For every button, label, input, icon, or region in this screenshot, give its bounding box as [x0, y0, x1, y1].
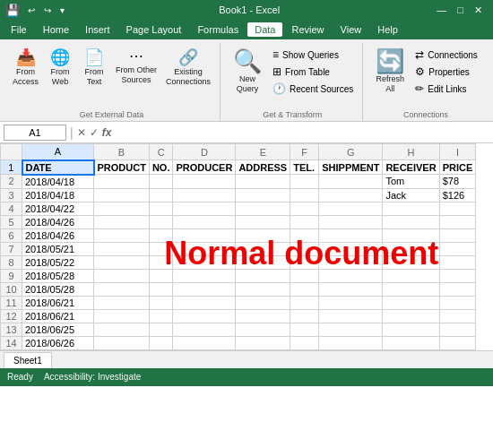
row-header[interactable]: 4 — [1, 202, 22, 215]
from-web-btn[interactable]: 🌐 FromWeb — [44, 47, 76, 90]
cell[interactable] — [290, 336, 319, 349]
cell[interactable] — [319, 309, 383, 323]
cell[interactable] — [94, 242, 150, 255]
new-query-btn[interactable]: 🔍 NewQuery — [228, 47, 267, 97]
cell[interactable] — [319, 202, 383, 215]
cell[interactable]: PRODUCT — [94, 160, 150, 175]
cell[interactable]: 2018/05/21 — [22, 242, 94, 255]
fx-icon[interactable]: fx — [102, 126, 112, 139]
from-table-btn[interactable]: ⊞ From Table — [269, 64, 357, 80]
cell[interactable] — [290, 282, 319, 296]
cell[interactable] — [290, 323, 319, 336]
row-header[interactable]: 12 — [1, 309, 22, 323]
cell[interactable] — [149, 269, 173, 282]
cell[interactable] — [94, 228, 150, 242]
menu-help[interactable]: Help — [370, 22, 405, 37]
from-access-btn[interactable]: 📥 FromAccess — [9, 47, 42, 90]
cell[interactable] — [439, 202, 476, 215]
col-header-e[interactable]: E — [236, 144, 290, 160]
row-header[interactable]: 7 — [1, 242, 22, 255]
cell[interactable] — [173, 242, 236, 255]
cell[interactable] — [173, 269, 236, 282]
cell[interactable]: 2018/06/21 — [22, 296, 94, 309]
cell[interactable] — [319, 296, 383, 309]
cell[interactable]: ADDRESS — [236, 160, 290, 175]
recent-sources-btn[interactable]: 🕐 Recent Sources — [269, 81, 357, 97]
cell[interactable] — [173, 323, 236, 336]
cell[interactable] — [319, 255, 383, 269]
existing-connections-btn[interactable]: 🔗 ExistingConnections — [162, 47, 214, 90]
cell[interactable]: 2018/06/25 — [22, 323, 94, 336]
cell[interactable] — [383, 296, 439, 309]
cell[interactable] — [290, 228, 319, 242]
row-header[interactable]: 10 — [1, 282, 22, 296]
menu-review[interactable]: Review — [284, 22, 331, 37]
row-header[interactable]: 5 — [1, 215, 22, 228]
cell[interactable] — [383, 228, 439, 242]
cell[interactable] — [290, 255, 319, 269]
cell[interactable] — [290, 175, 319, 189]
show-queries-btn[interactable]: ≡ Show Queries — [269, 47, 357, 63]
col-header-d[interactable]: D — [173, 144, 236, 160]
menu-insert[interactable]: Insert — [78, 22, 117, 37]
confirm-icon[interactable]: ✓ — [90, 126, 99, 139]
properties-btn[interactable]: ⚙ Properties — [411, 64, 481, 80]
cell[interactable] — [173, 188, 236, 202]
cell[interactable] — [236, 202, 290, 215]
row-header[interactable]: 1 — [1, 160, 22, 175]
close-btn[interactable]: ✕ — [469, 3, 488, 18]
cell[interactable] — [439, 255, 476, 269]
cell[interactable] — [94, 336, 150, 349]
cell[interactable] — [149, 296, 173, 309]
row-header[interactable]: 9 — [1, 269, 22, 282]
cell[interactable]: 2018/04/22 — [22, 202, 94, 215]
cell[interactable] — [236, 336, 290, 349]
cell[interactable] — [439, 296, 476, 309]
col-header-f[interactable]: F — [290, 144, 319, 160]
cell[interactable] — [173, 255, 236, 269]
cell[interactable]: PRODUCER — [173, 160, 236, 175]
maximize-btn[interactable]: □ — [452, 3, 469, 18]
cell[interactable] — [383, 336, 439, 349]
cell[interactable] — [94, 269, 150, 282]
cell[interactable]: TEL. — [290, 160, 319, 175]
cell[interactable] — [319, 282, 383, 296]
minimize-btn[interactable]: — — [431, 3, 452, 18]
cell[interactable] — [173, 202, 236, 215]
cell[interactable]: 2018/04/18 — [22, 175, 94, 189]
menu-file[interactable]: File — [4, 22, 34, 37]
cell[interactable] — [319, 188, 383, 202]
cell[interactable] — [383, 242, 439, 255]
cell[interactable] — [439, 242, 476, 255]
cell[interactable] — [149, 336, 173, 349]
customize-qat-btn[interactable]: ▾ — [57, 4, 67, 16]
row-header[interactable]: 11 — [1, 296, 22, 309]
cell[interactable] — [439, 336, 476, 349]
cell[interactable]: 2018/04/26 — [22, 228, 94, 242]
cell[interactable] — [149, 202, 173, 215]
cell[interactable] — [236, 215, 290, 228]
cell[interactable] — [383, 309, 439, 323]
cell[interactable] — [173, 215, 236, 228]
cell[interactable] — [319, 215, 383, 228]
cell[interactable]: PRICE — [439, 160, 476, 175]
cell[interactable] — [383, 282, 439, 296]
cell[interactable]: SHIPPMENT — [319, 160, 383, 175]
col-header-b[interactable]: B — [94, 144, 150, 160]
cell[interactable] — [236, 323, 290, 336]
cell[interactable] — [149, 215, 173, 228]
menu-home[interactable]: Home — [36, 22, 76, 37]
cell[interactable] — [290, 202, 319, 215]
cell[interactable] — [94, 296, 150, 309]
cell[interactable] — [290, 309, 319, 323]
row-header[interactable]: 14 — [1, 336, 22, 349]
cell[interactable] — [236, 309, 290, 323]
from-other-btn[interactable]: ⋯ From OtherSources — [112, 47, 160, 88]
cell[interactable] — [173, 309, 236, 323]
cell[interactable]: 2018/05/28 — [22, 282, 94, 296]
cell[interactable] — [236, 282, 290, 296]
col-header-a[interactable]: A — [22, 144, 94, 160]
redo-btn[interactable]: ↪ — [41, 4, 54, 16]
cell[interactable] — [149, 175, 173, 189]
refresh-all-btn[interactable]: 🔄 RefreshAll — [370, 47, 410, 97]
